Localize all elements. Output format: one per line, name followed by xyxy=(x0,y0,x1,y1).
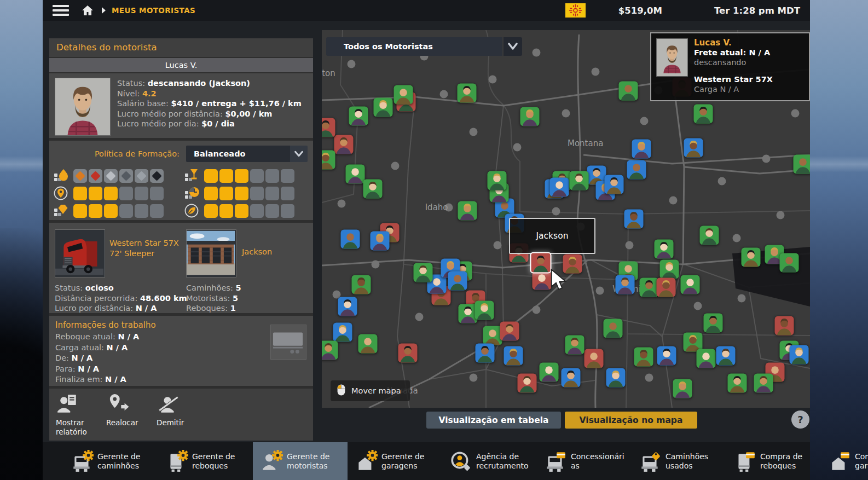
chevron-down-icon[interactable] xyxy=(290,146,308,162)
driver-filter-select[interactable]: Todos os Motoristas xyxy=(326,37,502,56)
skill-level-cell xyxy=(150,187,164,200)
drivers-map[interactable]: tonMontanaIdahoWyomingNevada Jackson Tod… xyxy=(322,30,810,408)
truck-link[interactable]: Western Star 57X 72' Sleeper xyxy=(109,238,182,259)
driver-marker[interactable] xyxy=(371,232,390,251)
driver-marker[interactable] xyxy=(584,349,603,368)
driver-marker[interactable] xyxy=(398,343,417,362)
driver-marker[interactable] xyxy=(624,210,643,229)
driver-marker[interactable] xyxy=(697,349,716,368)
driver-marker[interactable] xyxy=(615,275,634,294)
driver-marker[interactable] xyxy=(352,275,371,294)
detail-row: Nível: 4.2 xyxy=(117,89,302,99)
time-display: Ter 1:28 pm MDT xyxy=(714,5,800,16)
mouse-icon xyxy=(336,383,346,398)
driver-marker[interactable] xyxy=(457,84,476,103)
driver-marker[interactable] xyxy=(742,247,761,267)
driver-marker[interactable] xyxy=(774,316,794,336)
driver-marker[interactable] xyxy=(793,154,810,174)
driver-marker[interactable] xyxy=(605,175,624,194)
driver-marker[interactable] xyxy=(539,363,558,382)
long-distance-icon xyxy=(54,186,69,200)
driver-marker[interactable] xyxy=(345,164,364,183)
nav-item-caminh-es-usados[interactable]: Caminhões usados xyxy=(632,442,726,480)
garage-thumbnail[interactable] xyxy=(186,229,236,277)
nav-item-ag-ncia-de-recrutamento[interactable]: Agência de recrutamento xyxy=(442,442,537,480)
driver-marker[interactable] xyxy=(673,379,692,398)
driver-marker[interactable] xyxy=(728,374,747,393)
driver-marker[interactable] xyxy=(374,97,393,117)
driver-marker[interactable] xyxy=(655,240,674,259)
table-view-button[interactable]: Visualização em tabela xyxy=(426,412,561,429)
move-map-button[interactable]: Mover mapa xyxy=(331,380,410,401)
nav-item-compra-de-garagens[interactable]: Compra de garagens xyxy=(821,442,868,480)
driver-marker[interactable] xyxy=(606,368,625,387)
driver-marker[interactable] xyxy=(754,374,773,393)
driver-marker[interactable] xyxy=(684,138,703,158)
driver-marker[interactable] xyxy=(634,347,653,366)
driver-marker[interactable] xyxy=(550,178,569,197)
nav-item-compra-de-reboques[interactable]: Compra de reboques xyxy=(726,442,821,480)
nav-item-gerente-de-motoristas[interactable]: Gerente de motoristas xyxy=(253,442,348,480)
driver-marker[interactable] xyxy=(530,252,551,274)
driver-marker[interactable] xyxy=(413,263,432,282)
map-view-button[interactable]: Visualização no mapa xyxy=(565,412,697,429)
nav-item-concession-rias[interactable]: Concessionárias xyxy=(537,442,632,480)
menu-icon[interactable] xyxy=(53,5,69,16)
driver-marker[interactable] xyxy=(603,319,622,338)
nav-item-gerente-de-garagens[interactable]: Gerente de garagens xyxy=(348,442,442,480)
driver-marker[interactable] xyxy=(656,277,675,297)
driver-marker[interactable] xyxy=(790,345,809,364)
driver-marker[interactable] xyxy=(517,374,536,393)
driver-marker[interactable] xyxy=(394,85,413,104)
driver-marker[interactable] xyxy=(340,230,360,249)
driver-marker[interactable] xyxy=(448,271,467,291)
driver-marker[interactable] xyxy=(660,259,679,279)
driver-marker[interactable] xyxy=(475,343,494,362)
driver-marker[interactable] xyxy=(458,201,477,220)
driver-marker[interactable] xyxy=(363,179,382,198)
driver-marker[interactable] xyxy=(322,341,338,360)
driver-marker[interactable] xyxy=(488,171,507,190)
realocar-button[interactable]: Realocar xyxy=(106,393,153,427)
driver-marker[interactable] xyxy=(338,297,357,316)
driver-marker[interactable] xyxy=(565,335,585,354)
driver-marker[interactable] xyxy=(322,118,335,137)
driver-marker[interactable] xyxy=(358,334,377,353)
driver-marker[interactable] xyxy=(520,107,539,126)
demitir-button[interactable]: Demitir xyxy=(157,393,204,427)
move-map-label: Mover mapa xyxy=(351,386,401,395)
driver-marker[interactable] xyxy=(779,253,798,273)
driver-marker[interactable] xyxy=(483,326,502,345)
driver-marker[interactable] xyxy=(700,225,719,245)
driver-marker[interactable] xyxy=(693,105,713,124)
help-button[interactable]: ? xyxy=(791,410,809,429)
driver-marker[interactable] xyxy=(475,300,494,320)
driver-marker[interactable] xyxy=(619,82,638,101)
driver-marker[interactable] xyxy=(639,277,658,297)
driver-marker[interactable] xyxy=(504,346,523,365)
nav-item-gerente-de-caminh-es[interactable]: Gerente de caminhões xyxy=(63,442,158,480)
driver-marker[interactable] xyxy=(349,107,368,126)
home-icon[interactable] xyxy=(81,4,94,16)
driver-marker[interactable] xyxy=(570,171,589,190)
skill-level-cell xyxy=(250,204,264,218)
nav-item-gerente-de-reboques[interactable]: Gerente de reboques xyxy=(158,442,253,480)
driver-marker[interactable] xyxy=(716,346,735,365)
mostrar-relat-rio-button[interactable]: Mostrar relatório xyxy=(56,393,103,436)
driver-marker[interactable] xyxy=(322,150,335,169)
driver-marker[interactable] xyxy=(632,140,651,159)
chevron-down-icon[interactable] xyxy=(504,37,522,56)
driver-marker[interactable] xyxy=(704,313,723,332)
garage-link[interactable]: Jackson xyxy=(242,247,308,257)
truck-thumbnail[interactable] xyxy=(55,229,105,277)
training-policy-select[interactable]: Balanceado xyxy=(186,146,290,162)
driver-marker[interactable] xyxy=(561,368,580,387)
driver-marker[interactable] xyxy=(657,346,676,365)
nav-label: Gerente de reboques xyxy=(192,452,246,470)
driver-marker[interactable] xyxy=(680,275,699,294)
driver-marker[interactable] xyxy=(333,323,352,342)
driver-marker[interactable] xyxy=(334,135,354,154)
driver-marker[interactable] xyxy=(500,321,519,340)
driver-marker[interactable] xyxy=(627,160,646,180)
driver-marker[interactable] xyxy=(563,255,582,274)
